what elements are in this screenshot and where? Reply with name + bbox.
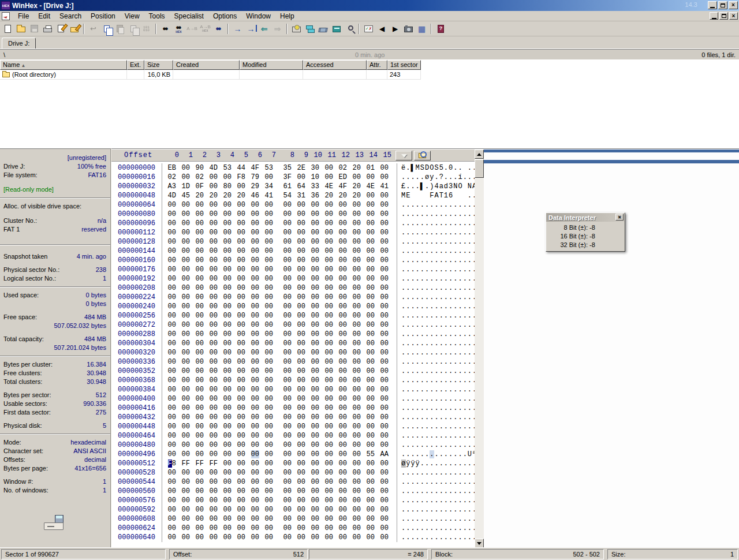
- hex-byte[interactable]: 00: [375, 311, 389, 320]
- hex-byte[interactable]: 00: [278, 256, 292, 265]
- hex-byte[interactable]: 00: [375, 533, 389, 542]
- hex-byte[interactable]: 41: [259, 191, 273, 200]
- hex-byte[interactable]: 4E: [361, 182, 375, 191]
- hex-byte[interactable]: 00: [218, 376, 232, 385]
- hex-byte[interactable]: 00: [162, 422, 176, 431]
- print-button[interactable]: [41, 23, 54, 35]
- hex-byte[interactable]: 00: [347, 422, 361, 431]
- column-header-attr-[interactable]: Attr.: [367, 60, 387, 70]
- hex-byte[interactable]: 00: [319, 440, 333, 450]
- hex-byte[interactable]: 01: [361, 163, 375, 173]
- hex-byte[interactable]: 00: [232, 320, 245, 330]
- hex-byte[interactable]: 00: [333, 265, 347, 274]
- hex-byte[interactable]: 00: [218, 385, 232, 394]
- hex-byte[interactable]: 00: [176, 413, 190, 422]
- hex-byte[interactable]: 00: [204, 173, 218, 182]
- hex-byte[interactable]: 00: [162, 237, 176, 247]
- hex-byte[interactable]: 00: [218, 256, 232, 265]
- hex-byte[interactable]: 00: [319, 283, 333, 293]
- hex-byte[interactable]: FF: [190, 459, 204, 468]
- hex-byte[interactable]: 00: [245, 200, 259, 210]
- hex-byte[interactable]: 00: [245, 385, 259, 394]
- new-file-button[interactable]: [1, 23, 14, 35]
- hex-byte[interactable]: 4F: [245, 163, 259, 173]
- hex-byte[interactable]: 00: [162, 293, 176, 302]
- hex-byte[interactable]: 00: [292, 210, 305, 219]
- hex-byte[interactable]: 00: [292, 200, 305, 210]
- hex-byte[interactable]: 00: [333, 339, 347, 348]
- hex-byte[interactable]: 00: [232, 265, 245, 274]
- hex-byte[interactable]: 00: [259, 440, 273, 450]
- hex-byte[interactable]: 00: [245, 413, 259, 422]
- ascii-column[interactable]: ................: [397, 394, 477, 404]
- hex-byte[interactable]: 00: [176, 320, 190, 330]
- menu-help[interactable]: Help: [275, 11, 299, 21]
- hex-byte[interactable]: 00: [218, 422, 232, 431]
- hex-byte[interactable]: 00: [218, 468, 232, 477]
- hex-byte[interactable]: 00: [259, 496, 273, 505]
- hex-byte[interactable]: 00: [333, 330, 347, 339]
- hex-byte[interactable]: 00: [305, 496, 319, 505]
- hex-byte[interactable]: 00: [333, 394, 347, 404]
- hex-byte[interactable]: 00: [232, 459, 245, 468]
- hex-byte[interactable]: 00: [375, 339, 389, 348]
- hex-byte[interactable]: 00: [204, 440, 218, 450]
- hex-byte[interactable]: 00: [347, 348, 361, 357]
- hex-byte[interactable]: 00: [292, 533, 305, 542]
- hex-byte[interactable]: 00: [232, 514, 245, 524]
- ascii-column[interactable]: ................: [397, 468, 477, 477]
- cursor-nibble[interactable]: F: [168, 460, 172, 468]
- hex-byte[interactable]: 00: [245, 228, 259, 237]
- hex-byte[interactable]: 00: [190, 477, 204, 487]
- column-header-modified[interactable]: Modified: [240, 60, 303, 70]
- hex-byte[interactable]: 00: [347, 367, 361, 376]
- menu-search[interactable]: Search: [55, 11, 86, 21]
- scripts-button[interactable]: ✓✗: [362, 23, 375, 35]
- hex-byte[interactable]: 00: [319, 357, 333, 367]
- hex-byte[interactable]: 4F: [333, 182, 347, 191]
- hex-byte[interactable]: 00: [347, 320, 361, 330]
- hex-byte[interactable]: 00: [245, 348, 259, 357]
- hex-byte[interactable]: 00: [375, 367, 389, 376]
- hex-byte[interactable]: 00: [176, 265, 190, 274]
- hex-byte[interactable]: 00: [259, 320, 273, 330]
- hex-byte[interactable]: 00: [232, 237, 245, 247]
- hex-byte[interactable]: 00: [292, 440, 305, 450]
- hex-byte[interactable]: 00: [190, 505, 204, 514]
- hex-byte[interactable]: 00: [259, 385, 273, 394]
- hex-byte[interactable]: 00: [232, 385, 245, 394]
- hex-byte[interactable]: 00: [319, 431, 333, 440]
- hex-byte[interactable]: 00: [259, 413, 273, 422]
- hex-byte[interactable]: 00: [305, 450, 319, 459]
- hex-byte[interactable]: 00: [232, 477, 245, 487]
- hex-byte[interactable]: 2E: [292, 163, 305, 173]
- ascii-column[interactable]: ................: [397, 404, 477, 413]
- hex-byte[interactable]: 00: [218, 302, 232, 311]
- open-file-button[interactable]: [14, 23, 28, 35]
- hex-byte[interactable]: 00: [176, 330, 190, 339]
- hex-byte[interactable]: 00: [305, 533, 319, 542]
- hex-byte[interactable]: 00: [375, 237, 389, 247]
- hex-byte[interactable]: 00: [347, 514, 361, 524]
- hex-byte[interactable]: 00: [232, 283, 245, 293]
- hex-byte[interactable]: 00: [190, 320, 204, 330]
- hex-byte[interactable]: 00: [162, 283, 176, 293]
- hex-byte[interactable]: 00: [176, 533, 190, 542]
- ascii-column[interactable]: ................: [397, 477, 477, 487]
- hex-byte[interactable]: 00: [305, 422, 319, 431]
- hex-byte[interactable]: 00: [292, 256, 305, 265]
- hex-byte[interactable]: 00: [204, 293, 218, 302]
- hex-byte[interactable]: 00: [190, 357, 204, 367]
- hex-byte[interactable]: 00: [361, 200, 375, 210]
- hex-byte[interactable]: 00: [232, 274, 245, 283]
- hex-byte[interactable]: 00: [245, 219, 259, 228]
- hex-byte[interactable]: 00: [245, 422, 259, 431]
- hex-byte[interactable]: 00: [259, 514, 273, 524]
- data-interpreter-title[interactable]: Data Interpreter ×: [546, 213, 625, 222]
- hex-byte[interactable]: 00: [162, 247, 176, 256]
- hex-byte[interactable]: 00: [319, 265, 333, 274]
- hex-byte[interactable]: 00: [232, 404, 245, 413]
- hex-byte[interactable]: 00: [305, 274, 319, 283]
- hex-byte[interactable]: 20: [190, 191, 204, 200]
- hex-byte[interactable]: 00: [375, 265, 389, 274]
